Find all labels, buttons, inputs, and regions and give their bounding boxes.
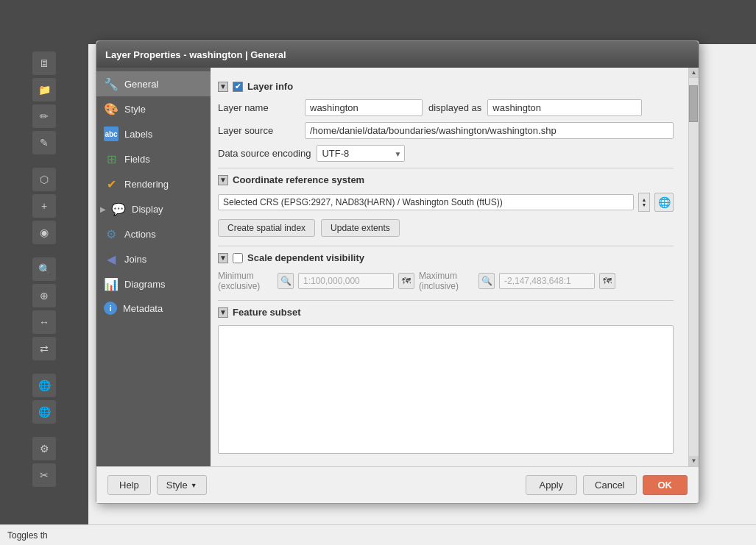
style-btn-wrapper: Style ▼	[157, 475, 207, 495]
crs-globe-btn[interactable]: 🌐	[654, 193, 674, 212]
cancel-button[interactable]: Cancel	[583, 475, 636, 495]
divider-2	[218, 246, 674, 246]
rendering-icon: ✔	[104, 177, 119, 191]
joins-icon: ◀	[104, 252, 119, 266]
sidebar-label-fields: Fields	[124, 154, 150, 165]
bg-icon-7: ◉	[32, 221, 56, 244]
footer-right: Apply Cancel OK	[526, 475, 688, 495]
create-spatial-index-btn[interactable]: Create spatial index	[218, 219, 315, 237]
bg-icon-15: ✂	[32, 463, 56, 487]
sidebar-item-diagrams[interactable]: 📊 Diagrams	[96, 271, 211, 296]
bg-icon-3: ✏	[32, 104, 56, 128]
crs-buttons-row: Create spatial index Update extents	[218, 219, 674, 237]
metadata-icon: i	[104, 302, 117, 315]
style-icon: 🎨	[104, 101, 119, 116]
crs-collapse-btn[interactable]: ▼	[218, 175, 228, 185]
displayed-as-input[interactable]	[487, 99, 642, 116]
sidebar-label-actions: Actions	[124, 229, 156, 240]
layer-info-section-header: ▼ ✔ Layer info	[218, 81, 674, 92]
sidebar-item-general[interactable]: 🔧 General	[96, 71, 211, 96]
sidebar-item-style[interactable]: 🎨 Style	[96, 96, 211, 121]
status-text: Toggles th	[7, 530, 48, 541]
fields-icon: ⊞	[104, 152, 119, 166]
scroll-down-btn[interactable]: ▼	[689, 456, 699, 466]
dialog-titlebar: Layer Properties - washington | General	[96, 41, 699, 68]
scale-section-header: ▼ Scale dependent visibility	[218, 252, 674, 263]
bg-icon-1: 🗏	[32, 51, 56, 75]
maximum-label: Maximum(inclusive)	[419, 271, 474, 291]
dialog-footer: Help Style ▼ Apply Cancel OK	[96, 466, 699, 503]
sidebar-label-joins: Joins	[124, 254, 146, 265]
sidebar-item-joins[interactable]: ◀ Joins	[96, 246, 211, 271]
ok-button[interactable]: OK	[643, 475, 688, 495]
bg-icon-4: ✎	[32, 131, 56, 154]
background-toolbar	[0, 0, 756, 44]
style-dropdown-arrow: ▼	[191, 482, 197, 489]
maximum-zoom-btn[interactable]: 🔍	[478, 273, 495, 289]
crs-select[interactable]: Selected CRS (EPSG:2927, NAD83(HARN) / W…	[218, 194, 634, 210]
sidebar-label-display: Display	[132, 204, 163, 215]
bg-icon-2: 📁	[32, 78, 56, 101]
sidebar-item-display[interactable]: ▶ 💬 Display	[96, 196, 211, 221]
maximum-map-btn[interactable]: 🗺	[599, 273, 615, 289]
labels-icon: abc	[104, 127, 119, 141]
apply-button[interactable]: Apply	[526, 475, 578, 495]
minimum-scale-input[interactable]	[298, 273, 394, 289]
bg-icon-5: ⬡	[32, 168, 56, 191]
minimum-map-btn[interactable]: 🗺	[398, 273, 414, 289]
divider-1	[218, 168, 674, 168]
feature-subset-collapse-btn[interactable]: ▼	[218, 307, 228, 318]
style-btn-label: Style	[166, 480, 188, 491]
bg-icon-13: 🌐	[32, 400, 56, 424]
crs-updown-btn[interactable]: ▲ ▼	[638, 193, 650, 212]
bg-icon-11: ⇄	[32, 337, 56, 360]
layer-info-checkbox[interactable]: ✔	[233, 82, 243, 92]
sidebar: 🔧 General 🎨 Style abc Labels ⊞ Fields ✔ …	[96, 68, 211, 466]
scroll-track[interactable]	[689, 78, 699, 456]
globe-icon: 🌐	[658, 196, 671, 208]
scroll-thumb[interactable]	[689, 85, 698, 122]
scale-dependent-checkbox[interactable]	[233, 253, 243, 263]
sidebar-label-labels: Labels	[124, 129, 152, 140]
feature-subset-section-header: ▼ Feature subset	[218, 307, 674, 318]
crs-down-icon: ▼	[642, 202, 647, 207]
content-scroll: ▼ ✔ Layer info Layer name displayed as L…	[211, 68, 688, 466]
status-bar: Toggles th	[0, 524, 756, 545]
feature-subset-textarea[interactable]	[218, 325, 674, 454]
style-button[interactable]: Style ▼	[157, 475, 207, 495]
sidebar-item-rendering[interactable]: ✔ Rendering	[96, 171, 211, 196]
scale-collapse-btn[interactable]: ▼	[218, 253, 228, 263]
scroll-up-btn[interactable]: ▲	[689, 68, 699, 78]
minimum-label: Minimum(exclusive)	[218, 271, 273, 291]
sidebar-label-rendering: Rendering	[124, 179, 169, 190]
dialog-title: Layer Properties - washington | General	[105, 49, 286, 60]
update-extents-btn[interactable]: Update extents	[321, 219, 400, 237]
bg-icon-6: +	[32, 194, 56, 218]
minimum-zoom-btn[interactable]: 🔍	[278, 273, 294, 289]
crs-section-header: ▼ Coordinate reference system	[218, 174, 674, 185]
display-arrow: ▶	[100, 205, 106, 213]
diagrams-icon: 📊	[104, 277, 119, 291]
main-content: ▼ ✔ Layer info Layer name displayed as L…	[211, 68, 688, 465]
feature-subset-label: Feature subset	[233, 307, 300, 318]
bg-icon-8: 🔍	[32, 257, 56, 281]
encoding-select[interactable]: UTF-8	[317, 145, 405, 162]
bg-icon-12: 🌐	[32, 374, 56, 397]
layer-source-input[interactable]	[305, 122, 674, 139]
sidebar-item-actions[interactable]: ⚙ Actions	[96, 221, 211, 246]
scale-dependent-label: Scale dependent visibility	[247, 252, 364, 263]
encoding-label: Data source encoding	[218, 148, 311, 159]
sidebar-item-fields[interactable]: ⊞ Fields	[96, 146, 211, 171]
layer-source-row: Layer source	[218, 122, 674, 139]
maximum-scale-input[interactable]	[499, 273, 595, 289]
encoding-row: Data source encoding UTF-8 ▼	[218, 145, 674, 162]
layer-name-input[interactable]	[305, 99, 423, 116]
vertical-scrollbar: ▲ ▼	[688, 68, 699, 466]
main-scroll-area: ▼ ✔ Layer info Layer name displayed as L…	[211, 68, 699, 466]
sidebar-item-labels[interactable]: abc Labels	[96, 121, 211, 146]
layer-info-collapse-btn[interactable]: ▼	[218, 82, 228, 92]
help-button[interactable]: Help	[107, 475, 151, 495]
sidebar-item-metadata[interactable]: i Metadata	[96, 296, 211, 320]
dialog-body: 🔧 General 🎨 Style abc Labels ⊞ Fields ✔ …	[96, 68, 699, 466]
sidebar-label-general: General	[124, 79, 158, 90]
